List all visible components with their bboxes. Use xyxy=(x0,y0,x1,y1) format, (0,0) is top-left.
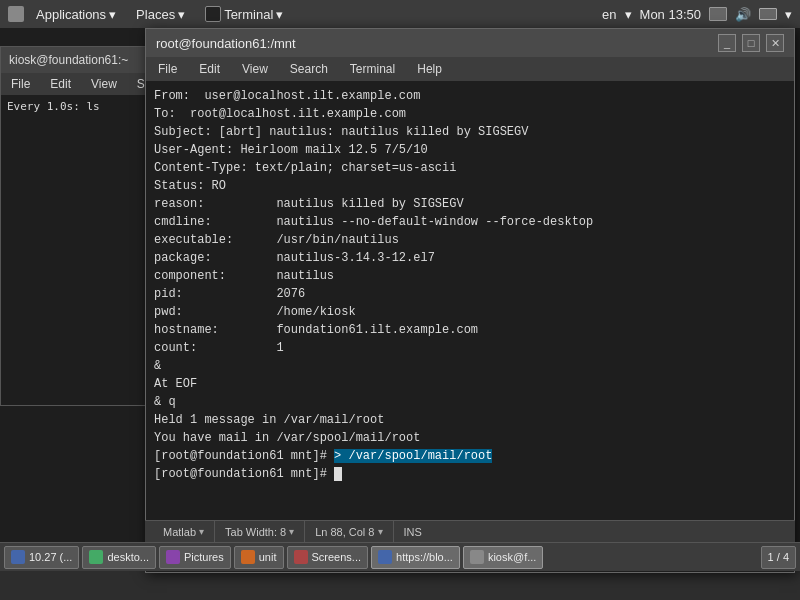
fg-line-2: Subject: [abrt] nautilus: nautilus kille… xyxy=(154,123,786,141)
fg-line-10: package: nautilus-3.14.3-12.el7 xyxy=(154,249,786,267)
applications-label: Applications xyxy=(36,7,106,22)
fg-line-14: hostname: foundation61.ilt.example.com xyxy=(154,321,786,339)
taskbar-item-4[interactable]: unit xyxy=(234,546,284,569)
taskbar-label-3: Pictures xyxy=(184,551,224,563)
terminal-arrow: ▾ xyxy=(276,7,283,22)
page-indicator-label: 1 / 4 xyxy=(768,551,789,563)
fg-menu-terminal[interactable]: Terminal xyxy=(344,60,401,78)
matlab-label: Matlab xyxy=(163,526,196,538)
lang-arrow: ▾ xyxy=(625,7,632,22)
statusbar-ins: INS xyxy=(394,521,432,542)
fg-terminal-titlebar: root@foundation61:/mnt _ □ ✕ xyxy=(146,29,794,57)
sysbar-left: Applications ▾ Places ▾ Terminal ▾ xyxy=(8,4,291,24)
lncol-arrow: ▾ xyxy=(378,526,383,537)
page-indicator: 1 / 4 xyxy=(761,546,796,569)
ins-label: INS xyxy=(404,526,422,538)
applications-menu[interactable]: Applications ▾ xyxy=(28,5,124,24)
tabwidth-label: Tab Width: 8 xyxy=(225,526,286,538)
fg-prompt-1: [root@foundation61 mnt]# > /var/spool/ma… xyxy=(154,447,786,465)
fg-menu-file[interactable]: File xyxy=(152,60,183,78)
fg-prompt-2: [root@foundation61 mnt]# xyxy=(154,465,786,483)
fg-minimize-btn[interactable]: _ xyxy=(718,34,736,52)
places-menu[interactable]: Places ▾ xyxy=(128,5,193,24)
terminal-label: Terminal xyxy=(224,7,273,22)
fg-line-15: count: 1 xyxy=(154,339,786,357)
fg-line-3: User-Agent: Heirloom mailx 12.5 7/5/10 xyxy=(154,141,786,159)
taskbar-item-1[interactable]: 10.27 (... xyxy=(4,546,79,569)
taskbar-icon-6 xyxy=(378,550,392,564)
fg-line-7: reason: nautilus killed by SIGSEGV xyxy=(154,195,786,213)
taskbar-icon-5 xyxy=(294,550,308,564)
keyboard-icon xyxy=(709,7,727,21)
taskbar-icon-2 xyxy=(89,550,103,564)
app-icon xyxy=(8,6,24,22)
fg-terminal[interactable]: root@foundation61:/mnt _ □ ✕ File Edit V… xyxy=(145,28,795,573)
sysbar-arrow2: ▾ xyxy=(785,7,792,22)
lang-indicator[interactable]: en xyxy=(602,7,616,22)
taskbar-icon-3 xyxy=(166,550,180,564)
applications-arrow: ▾ xyxy=(109,7,116,22)
fg-line-8: cmdline: nautilus --no-default-window --… xyxy=(154,213,786,231)
fg-prompt-text-1: [root@foundation61 mnt]# xyxy=(154,449,334,463)
statusbar-lncol[interactable]: Ln 88, Col 8 ▾ xyxy=(305,521,393,542)
fg-menu-view[interactable]: View xyxy=(236,60,274,78)
fg-terminal-content[interactable]: From: user@localhost.ilt.example.comTo: … xyxy=(146,81,794,572)
taskbar: 10.27 (... deskto... Pictures unit Scree… xyxy=(0,542,800,571)
statusbar-matlab[interactable]: Matlab ▾ xyxy=(153,521,215,542)
fg-line-13: pwd: /home/kiosk xyxy=(154,303,786,321)
fg-line-0: From: user@localhost.ilt.example.com xyxy=(154,87,786,105)
fg-maximize-btn[interactable]: □ xyxy=(742,34,760,52)
terminal-icon-small xyxy=(205,6,221,22)
fg-line-11: component: nautilus xyxy=(154,267,786,285)
taskbar-label-1: 10.27 (... xyxy=(29,551,72,563)
places-label: Places xyxy=(136,7,175,22)
taskbar-item-3[interactable]: Pictures xyxy=(159,546,231,569)
matlab-arrow: ▾ xyxy=(199,526,204,537)
fg-highlight: > /var/spool/mail/root xyxy=(334,449,492,463)
places-arrow: ▾ xyxy=(178,7,185,22)
terminal-menu[interactable]: Terminal ▾ xyxy=(197,4,291,24)
fg-statusbar: Matlab ▾ Tab Width: 8 ▾ Ln 88, Col 8 ▾ I… xyxy=(145,520,795,542)
main-area: kiosk@foundation61:~ _ □ ✕ File Edit Vie… xyxy=(0,28,800,571)
system-bar: Applications ▾ Places ▾ Terminal ▾ en ▾ … xyxy=(0,0,800,28)
fg-cursor xyxy=(334,467,342,481)
fg-win-controls: _ □ ✕ xyxy=(718,34,784,52)
fg-terminal-title: root@foundation61:/mnt xyxy=(156,36,296,51)
clock: Mon 13:50 xyxy=(640,7,701,22)
fg-line-1: To: root@localhost.ilt.example.com xyxy=(154,105,786,123)
fg-line-16: & xyxy=(154,357,786,375)
sysbar-right: en ▾ Mon 13:50 🔊 ▾ xyxy=(602,7,792,22)
taskbar-label-5: Screens... xyxy=(312,551,362,563)
taskbar-icon-1 xyxy=(11,550,25,564)
fg-menu-help[interactable]: Help xyxy=(411,60,448,78)
statusbar-tabwidth[interactable]: Tab Width: 8 ▾ xyxy=(215,521,305,542)
fg-menu-search[interactable]: Search xyxy=(284,60,334,78)
taskbar-label-6: https://blo... xyxy=(396,551,453,563)
fg-line-17: At EOF xyxy=(154,375,786,393)
fg-line-5: Status: RO xyxy=(154,177,786,195)
fg-line-9: executable: /usr/bin/nautilus xyxy=(154,231,786,249)
taskbar-icon-4 xyxy=(241,550,255,564)
taskbar-item-6[interactable]: https://blo... xyxy=(371,546,460,569)
bg-menu-edit[interactable]: Edit xyxy=(44,75,77,93)
battery-icon xyxy=(759,8,777,20)
bg-terminal-title: kiosk@foundation61:~ xyxy=(9,53,128,67)
bg-menu-file[interactable]: File xyxy=(5,75,36,93)
fg-menu-edit[interactable]: Edit xyxy=(193,60,226,78)
taskbar-item-7[interactable]: kiosk@f... xyxy=(463,546,543,569)
volume-icon[interactable]: 🔊 xyxy=(735,7,751,22)
fg-prompt-text-2: [root@foundation61 mnt]# xyxy=(154,467,334,481)
fg-terminal-menubar: File Edit View Search Terminal Help xyxy=(146,57,794,81)
fg-close-btn[interactable]: ✕ xyxy=(766,34,784,52)
fg-line-19: Held 1 message in /var/mail/root xyxy=(154,411,786,429)
fg-line-20: You have mail in /var/spool/mail/root xyxy=(154,429,786,447)
taskbar-icon-7 xyxy=(470,550,484,564)
taskbar-item-5[interactable]: Screens... xyxy=(287,546,369,569)
tabwidth-arrow: ▾ xyxy=(289,526,294,537)
taskbar-label-7: kiosk@f... xyxy=(488,551,536,563)
fg-line-12: pid: 2076 xyxy=(154,285,786,303)
taskbar-item-2[interactable]: deskto... xyxy=(82,546,156,569)
fg-line-18: & q xyxy=(154,393,786,411)
lncol-label: Ln 88, Col 8 xyxy=(315,526,374,538)
bg-menu-view[interactable]: View xyxy=(85,75,123,93)
